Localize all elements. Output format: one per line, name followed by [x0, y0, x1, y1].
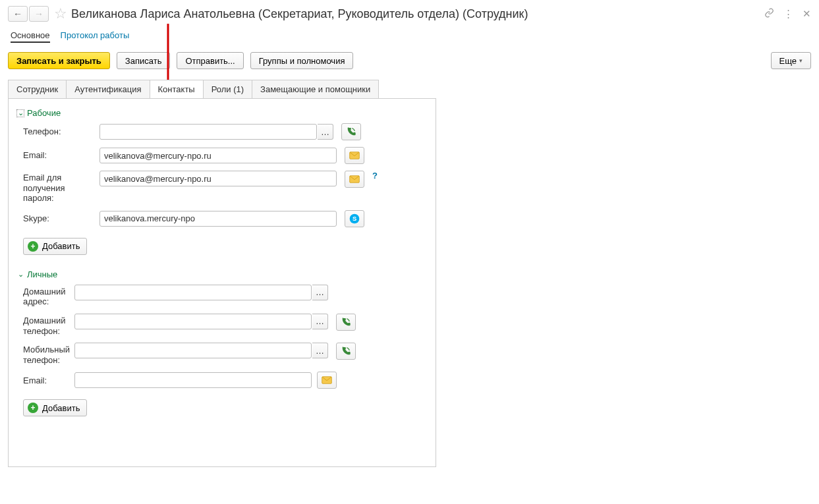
send-pwd-email-button[interactable]: [345, 171, 364, 188]
mail-icon: [349, 152, 360, 159]
mobile-phone-call-button[interactable]: [336, 343, 356, 360]
phone-select-button[interactable]: …: [318, 124, 333, 140]
view-tab-log[interactable]: Протокол работы: [61, 29, 130, 43]
groups-button[interactable]: Группы и полномочия: [250, 52, 354, 69]
home-addr-select-button[interactable]: …: [312, 285, 328, 300]
tab-substitutes[interactable]: Замещающие и помощники: [252, 80, 379, 98]
phone-input[interactable]: [99, 124, 317, 140]
personal-email-label: Email:: [23, 376, 71, 386]
plus-icon: +: [28, 403, 38, 413]
more-button[interactable]: Еще: [771, 52, 811, 69]
home-phone-label: Домашний телефон:: [23, 314, 71, 336]
tab-roles[interactable]: Роли (1): [203, 80, 252, 98]
section-work-label: Рабочие: [27, 108, 61, 118]
help-icon[interactable]: ?: [372, 171, 378, 181]
home-phone-call-button[interactable]: [336, 314, 356, 331]
section-personal-header[interactable]: ⌄ Личные: [16, 269, 428, 279]
phone-icon: [341, 346, 351, 356]
chevron-down-icon: ⌄: [16, 109, 24, 117]
mobile-phone-select-button[interactable]: …: [312, 343, 328, 358]
pwd-email-label: Email для получения пароля:: [23, 171, 96, 204]
link-icon[interactable]: [764, 8, 774, 20]
add-personal-contact-button[interactable]: + Добавить: [23, 399, 87, 416]
favorite-star-icon[interactable]: ☆: [54, 5, 67, 22]
save-button[interactable]: Записать: [117, 52, 171, 69]
add-personal-label: Добавить: [42, 403, 80, 413]
phone-icon: [346, 126, 356, 137]
mail-icon: [349, 175, 360, 183]
home-phone-select-button[interactable]: …: [312, 314, 328, 329]
home-addr-input[interactable]: [74, 285, 312, 300]
phone-icon: [341, 317, 351, 327]
nav-back-button[interactable]: ←: [8, 6, 28, 22]
skype-input[interactable]: [99, 211, 337, 227]
pwd-email-input[interactable]: [99, 171, 337, 186]
tab-contacts[interactable]: Контакты: [150, 80, 204, 98]
phone-label: Телефон:: [23, 126, 96, 137]
view-tab-main[interactable]: Основное: [11, 29, 50, 43]
page-title: Великанова Лариса Анатольевна (Секретари…: [71, 7, 764, 21]
add-work-contact-button[interactable]: + Добавить: [23, 238, 87, 255]
tab-auth[interactable]: Аутентификация: [66, 80, 150, 98]
home-addr-label: Домашний адрес:: [23, 285, 71, 307]
home-phone-input[interactable]: [74, 314, 312, 329]
email-label: Email:: [23, 150, 96, 161]
personal-send-email-button[interactable]: [317, 372, 337, 389]
skype-button[interactable]: S: [345, 210, 364, 227]
call-button[interactable]: [341, 123, 361, 140]
close-icon[interactable]: ✕: [803, 8, 811, 20]
plus-icon: +: [28, 241, 38, 252]
personal-email-input[interactable]: [74, 372, 312, 388]
kebab-menu-icon[interactable]: ⋮: [783, 8, 793, 20]
mail-icon: [322, 376, 332, 384]
add-work-label: Добавить: [42, 241, 80, 251]
email-input[interactable]: [99, 148, 337, 163]
section-work-header[interactable]: ⌄ Рабочие: [16, 108, 428, 118]
contacts-panel: ⌄ Рабочие Телефон: … Email: Email для по…: [8, 98, 436, 467]
section-personal-label: Личные: [27, 269, 57, 279]
send-button[interactable]: Отправить...: [177, 52, 243, 69]
chevron-down-icon: ⌄: [16, 270, 24, 278]
save-close-button[interactable]: Записать и закрыть: [8, 52, 110, 69]
send-email-button[interactable]: [345, 147, 364, 164]
nav-forward-button[interactable]: →: [29, 6, 49, 22]
mobile-phone-label: Мобильный телефон:: [23, 343, 71, 365]
skype-icon: S: [349, 213, 360, 224]
svg-text:S: S: [353, 215, 356, 222]
mobile-phone-input[interactable]: [74, 343, 312, 358]
skype-label: Skype:: [23, 213, 96, 224]
tab-employee[interactable]: Сотрудник: [8, 80, 67, 98]
